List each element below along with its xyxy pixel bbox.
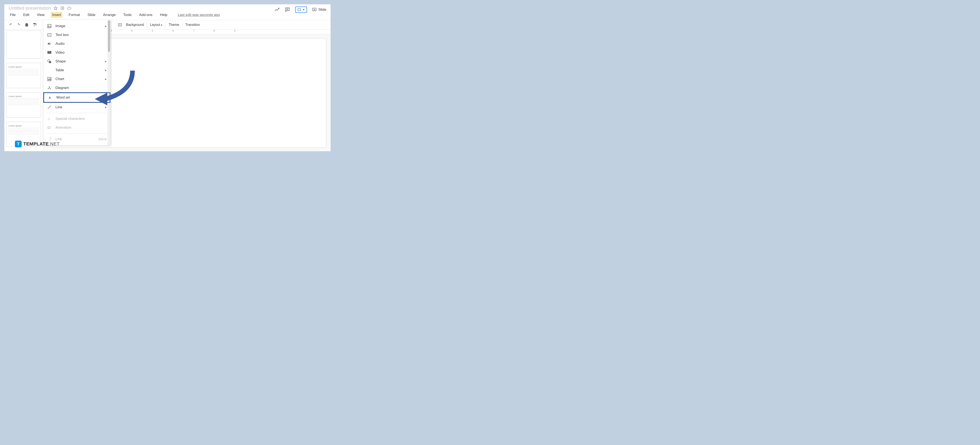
cloud-icon[interactable] [67, 6, 71, 10]
svg-text:A: A [49, 96, 51, 99]
redo-icon[interactable] [17, 23, 21, 27]
layout-button[interactable]: Layout▼ [148, 22, 165, 27]
activity-icon[interactable] [274, 7, 280, 13]
new-slide-icon[interactable] [118, 23, 122, 27]
animation-icon [47, 125, 52, 130]
theme-button[interactable]: Theme [167, 22, 181, 27]
header-right: ▼ Slide [274, 6, 326, 13]
audio-icon [47, 41, 52, 46]
menu-file[interactable]: File [9, 12, 17, 18]
svg-rect-3 [48, 24, 51, 28]
menu-item-audio[interactable]: Audio [43, 39, 110, 48]
play-icon [312, 7, 317, 12]
slideshow-button[interactable]: Slide [312, 7, 326, 12]
menu-help[interactable]: Help [159, 12, 169, 18]
chevron-down-icon: ▼ [302, 8, 305, 11]
svg-text:T: T [49, 34, 50, 36]
svg-rect-16 [49, 78, 50, 80]
svg-point-9 [48, 51, 48, 51]
menu-item-special-chars[interactable]: Ω Special characters [43, 114, 110, 123]
transition-button[interactable]: Transition [183, 22, 202, 27]
separator [47, 133, 107, 134]
svg-rect-13 [49, 61, 51, 63]
svg-rect-15 [48, 79, 49, 80]
template-logo: T [15, 140, 22, 147]
present-icon [298, 8, 301, 11]
slide-thumbnail[interactable]: Lorem ipsum [6, 92, 41, 118]
move-icon[interactable] [60, 6, 64, 10]
menu-item-image[interactable]: Image▶ [43, 22, 110, 30]
thumb-label: Lorem ipsum [8, 124, 22, 127]
image-icon [47, 24, 52, 29]
paint-format-icon[interactable] [33, 23, 37, 27]
menu-arrange[interactable]: Arrange [102, 12, 117, 18]
print-icon[interactable] [25, 23, 29, 27]
svg-point-4 [48, 25, 49, 26]
menu-item-textbox[interactable]: T Text box [43, 30, 110, 39]
wordart-icon: A [48, 95, 52, 100]
thumb-label: Lorem ipsum [8, 65, 22, 68]
video-icon [47, 50, 52, 55]
menu-item-shape[interactable]: Shape▶ [43, 57, 110, 66]
menu-item-video[interactable]: Video [43, 48, 110, 57]
template-text: TEMPLATE.NET [23, 141, 60, 147]
svg-text:Ω: Ω [48, 117, 50, 121]
background-button[interactable]: Background [124, 22, 146, 27]
menu-view[interactable]: View [36, 12, 46, 18]
annotation-arrow [92, 66, 139, 106]
app-window: Untitled presentation ▼ Slide File Edit … [4, 4, 331, 152]
menu-slide[interactable]: Slide [86, 12, 97, 18]
textbox-icon: T [47, 33, 52, 37]
last-edit-link[interactable]: Last edit was seconds ago [178, 13, 220, 17]
slide-thumbnail[interactable]: Lorem ipsum [6, 63, 41, 88]
comment-icon[interactable] [285, 7, 290, 13]
slide-panel: Lorem ipsum Lorem ipsum Lorem ipsum [5, 29, 43, 151]
menu-tools[interactable]: Tools [122, 12, 133, 18]
slide-thumbnail[interactable] [6, 30, 41, 59]
chevron-right-icon: ▶ [105, 25, 107, 27]
chevron-right-icon: ▶ [105, 60, 107, 63]
present-button[interactable]: ▼ [295, 6, 307, 13]
diagram-icon [47, 86, 52, 90]
svg-rect-7 [48, 51, 51, 54]
svg-point-18 [49, 86, 50, 87]
menu-addons[interactable]: Add-ons [138, 12, 154, 18]
menu-item-animation[interactable]: Animation [43, 123, 110, 132]
watermark: T TEMPLATE.NET [15, 140, 60, 147]
svg-point-10 [49, 51, 49, 51]
omega-icon: Ω [47, 116, 52, 121]
undo-icon[interactable] [9, 23, 13, 27]
thumb-label: Lorem ipsum [8, 95, 22, 97]
menu-edit[interactable]: Edit [22, 12, 30, 18]
menu-insert[interactable]: Insert [51, 12, 62, 18]
menu-format[interactable]: Format [67, 12, 81, 18]
document-title[interactable]: Untitled presentation [9, 5, 51, 11]
chart-icon [47, 77, 52, 81]
shape-icon [47, 59, 52, 64]
star-icon[interactable] [54, 6, 58, 10]
shortcut-label: Ctrl+K [99, 137, 107, 141]
svg-point-11 [49, 51, 50, 51]
svg-rect-17 [50, 79, 51, 80]
line-icon [47, 105, 52, 110]
